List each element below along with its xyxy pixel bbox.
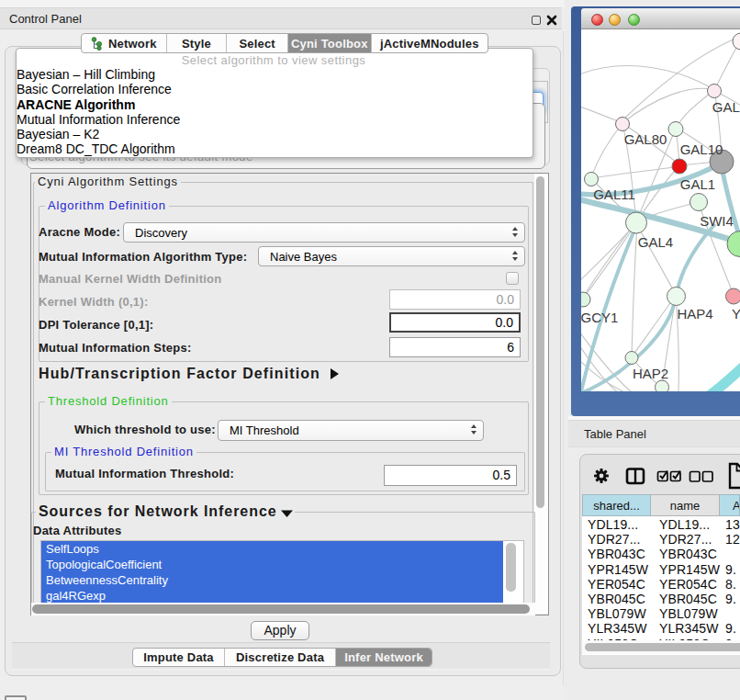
svg-text:HAP2: HAP2: [633, 366, 668, 381]
svg-text:GAL80: GAL80: [624, 131, 667, 147]
svg-text:GAL4: GAL4: [638, 234, 673, 250]
svg-text:GAL1: GAL1: [680, 176, 715, 192]
svg-text:GAL11: GAL11: [593, 186, 635, 202]
svg-text:Y: Y: [732, 306, 740, 322]
svg-text:SWI4: SWI4: [700, 213, 734, 229]
svg-text:GAL7: GAL7: [712, 99, 740, 115]
svg-text:HAP4: HAP4: [677, 306, 712, 322]
svg-text:GAL10: GAL10: [680, 141, 723, 157]
svg-text:GCY1: GCY1: [581, 310, 618, 325]
